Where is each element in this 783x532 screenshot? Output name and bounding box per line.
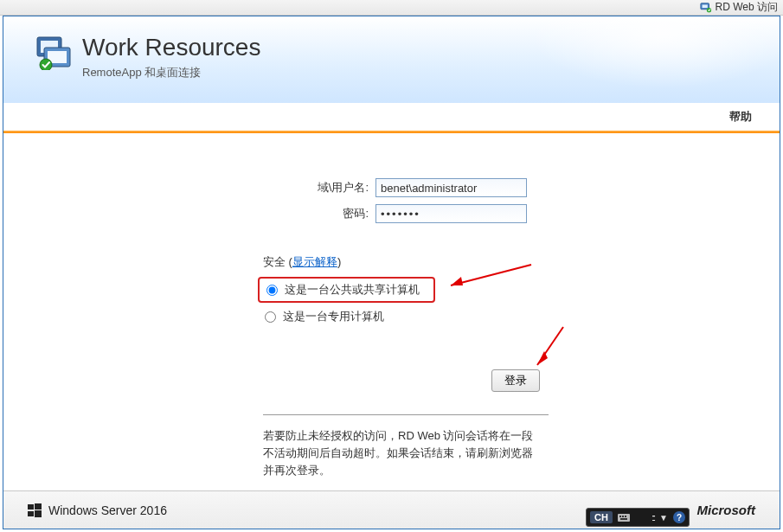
svg-rect-19 xyxy=(625,516,626,517)
footer-left: Windows Server 2016 xyxy=(28,503,167,517)
login-button-row: 登录 xyxy=(263,369,549,392)
header-band: Work Resources RemoteApp 和桌面连接 xyxy=(3,16,780,103)
username-input[interactable] xyxy=(375,178,527,197)
page-title: Work Resources xyxy=(82,35,260,60)
svg-rect-15 xyxy=(35,510,42,517)
password-row: 密码: xyxy=(263,204,549,223)
password-label: 密码: xyxy=(263,206,375,221)
password-input[interactable] xyxy=(375,204,527,223)
username-label: 域\用户名: xyxy=(263,180,375,195)
svg-rect-18 xyxy=(622,516,624,517)
ime-lang-badge[interactable]: CH xyxy=(590,511,613,523)
security-title: 安全 (显示解释) xyxy=(263,254,549,270)
svg-rect-12 xyxy=(28,504,34,510)
radio-private-input[interactable] xyxy=(265,311,276,323)
security-explain-link[interactable]: 显示解释 xyxy=(292,255,337,268)
svg-rect-13 xyxy=(35,503,42,510)
work-resources-icon xyxy=(34,35,74,70)
ime-language-bar[interactable]: CH ::: ▼ ? xyxy=(586,508,690,527)
main-window: Work Resources RemoteApp 和桌面连接 帮助 域\用户名:… xyxy=(3,16,780,529)
ime-grip-icon[interactable]: ::: xyxy=(651,512,654,522)
windows-logo-icon xyxy=(28,503,42,517)
login-form: 域\用户名: 密码: 安全 (显示解释) 这是一台公共或共享计算机 这是一台专用… xyxy=(263,178,549,479)
ime-caret-icon[interactable]: ▼ xyxy=(659,513,668,522)
divider-orange xyxy=(3,131,780,133)
svg-rect-16 xyxy=(618,514,630,522)
rdweb-icon xyxy=(700,2,712,14)
radio-private-label[interactable]: 这是一台专用计算机 xyxy=(283,309,384,324)
window-title-text: RD Web 访问 xyxy=(716,0,778,15)
keyboard-icon[interactable] xyxy=(618,512,630,522)
window-titlebar: RD Web 访问 xyxy=(0,0,783,16)
footer-vendor-label: Microsoft xyxy=(697,503,756,517)
security-title-suffix: ) xyxy=(337,255,341,268)
ime-help-icon[interactable]: ? xyxy=(673,511,685,523)
security-block: 安全 (显示解释) 这是一台公共或共享计算机 这是一台专用计算机 xyxy=(263,254,549,328)
svg-point-7 xyxy=(40,59,52,70)
radio-public-input[interactable] xyxy=(266,285,278,296)
svg-rect-14 xyxy=(28,511,34,516)
radio-public-label[interactable]: 这是一台公共或共享计算机 xyxy=(285,282,420,298)
username-row: 域\用户名: xyxy=(263,178,549,197)
svg-rect-17 xyxy=(619,516,621,517)
page-subtitle: RemoteApp 和桌面连接 xyxy=(82,65,260,80)
login-button[interactable]: 登录 xyxy=(491,369,540,392)
header-text-block: Work Resources RemoteApp 和桌面连接 xyxy=(82,35,260,80)
svg-rect-20 xyxy=(620,518,627,520)
radio-public-computer[interactable]: 这是一台公共或共享计算机 xyxy=(258,277,435,303)
help-row: 帮助 xyxy=(3,103,780,131)
svg-rect-1 xyxy=(702,4,707,8)
radio-private-computer[interactable]: 这是一台专用计算机 xyxy=(258,305,549,328)
footer-product-label: Windows Server 2016 xyxy=(48,503,167,517)
timeout-footnote: 若要防止未经授权的访问，RD Web 访问会话将在一段不活动期间后自动超时。如果… xyxy=(263,414,549,479)
content-area: 域\用户名: 密码: 安全 (显示解释) 这是一台公共或共享计算机 这是一台专用… xyxy=(3,151,780,487)
security-title-prefix: 安全 ( xyxy=(263,255,292,268)
help-link[interactable]: 帮助 xyxy=(729,109,752,125)
